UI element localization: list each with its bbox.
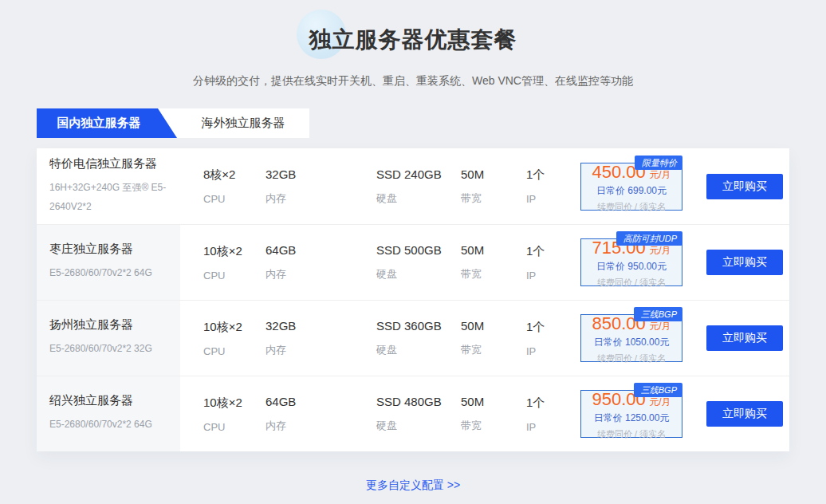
plan-spec: 16H+32G+240G 至强® E5-2640V2*2 xyxy=(49,179,171,216)
memory-value: 64GB xyxy=(266,395,376,408)
page-subtitle: 分钟级的交付，提供在线实时开关机、重启、重装系统、Web VNC管理、在线监控等… xyxy=(0,74,826,89)
renew-note: 续费同价 / 须实名 xyxy=(597,428,666,440)
memory-label: 内存 xyxy=(266,343,376,357)
plan-spec: E5-2680/60/70v2*2 64G xyxy=(49,415,171,434)
disk-value: SSD 500GB xyxy=(376,243,461,257)
plan-row-2: 枣庄独立服务器 E5-2680/60/70v2*2 64G 10核×2 CPU … xyxy=(37,224,789,300)
memory-value: 32GB xyxy=(266,319,376,333)
promo-badge: 高防可封UDP xyxy=(616,231,682,246)
promo-badge: 三线BGP xyxy=(634,383,682,397)
disk-cell: SSD 360GB 硬盘 xyxy=(376,319,461,357)
memory-label: 内存 xyxy=(266,419,376,433)
buy-now-button[interactable]: 立即购买 xyxy=(706,401,783,427)
bandwidth-cell: 50M 带宽 xyxy=(461,167,526,206)
cpu-value: 10核×2 xyxy=(203,244,266,259)
daily-price: 日常价 699.00元 xyxy=(596,184,667,198)
disk-value: SSD 360GB xyxy=(376,319,461,333)
ip-cell: 1个 IP xyxy=(526,320,580,357)
bandwidth-value: 50M xyxy=(461,319,526,333)
memory-value: 32GB xyxy=(266,167,376,181)
disk-cell: SSD 480GB 硬盘 xyxy=(376,395,461,433)
ip-label: IP xyxy=(526,193,580,205)
plans-table: 特价电信独立服务器 16H+32G+240G 至强® E5-2640V2*2 8… xyxy=(37,148,789,451)
plan-row-4: 绍兴独立服务器 E5-2680/60/70v2*2 64G 10核×2 CPU … xyxy=(37,376,789,451)
plan-name: 绍兴独立服务器 xyxy=(49,393,171,408)
ip-cell: 1个 IP xyxy=(526,396,580,433)
promo-badge: 限量特价 xyxy=(635,156,682,170)
disk-cell: SSD 240GB 硬盘 xyxy=(376,167,461,206)
hero-section: 独立服务器优惠套餐 分钟级的交付，提供在线实时开关机、重启、重装系统、Web V… xyxy=(0,0,826,89)
daily-price: 日常价 950.00元 xyxy=(596,260,667,274)
disk-label: 硬盘 xyxy=(376,343,461,357)
cpu-label: CPU xyxy=(203,421,266,433)
bandwidth-label: 带宽 xyxy=(461,419,526,433)
plan-name-cell: 枣庄独立服务器 E5-2680/60/70v2*2 64G xyxy=(37,225,180,300)
renew-note: 续费同价 / 须实名 xyxy=(597,352,666,364)
plan-row-3: 扬州独立服务器 E5-2680/60/70v2*2 32G 10核×2 CPU … xyxy=(37,300,789,376)
bandwidth-value: 50M xyxy=(461,243,526,257)
plan-name-cell: 绍兴独立服务器 E5-2680/60/70v2*2 64G xyxy=(37,376,180,451)
buy-now-button[interactable]: 立即购买 xyxy=(706,325,783,351)
plan-row-1: 特价电信独立服务器 16H+32G+240G 至强® E5-2640V2*2 8… xyxy=(37,148,789,224)
price-box: 三线BGP 850.00 元/月 日常价 1050.00元 续费同价 / 须实名 xyxy=(580,314,682,362)
price-unit: 元/月 xyxy=(649,169,671,180)
ip-label: IP xyxy=(526,345,580,357)
price-box: 限量特价 450.00 元/月 日常价 699.00元 续费同价 / 须实名 xyxy=(580,163,682,211)
price-box: 三线BGP 950.00 元/月 日常价 1250.00元 续费同价 / 须实名 xyxy=(580,390,682,438)
plan-name: 扬州独立服务器 xyxy=(49,317,171,333)
ip-value: 1个 xyxy=(526,244,580,259)
cpu-label: CPU xyxy=(203,345,266,357)
price-box: 高防可封UDP 715.00 元/月 日常价 950.00元 续费同价 / 须实… xyxy=(580,238,682,286)
bandwidth-value: 50M xyxy=(461,395,526,408)
plan-spec: E5-2680/60/70v2*2 32G xyxy=(49,340,171,358)
cpu-cell: 10核×2 CPU xyxy=(203,244,266,282)
memory-cell: 64GB 内存 xyxy=(266,243,376,282)
plan-name: 特价电信独立服务器 xyxy=(49,156,171,171)
tab-domestic-servers[interactable]: 国内独立服务器 xyxy=(37,108,177,138)
price-unit: 元/月 xyxy=(649,245,671,256)
plan-name-cell: 扬州独立服务器 E5-2680/60/70v2*2 32G xyxy=(37,301,180,376)
price-unit: 元/月 xyxy=(649,396,671,408)
cpu-value: 10核×2 xyxy=(203,396,266,411)
memory-value: 64GB xyxy=(266,243,376,257)
server-tabs: 国内独立服务器 海外独立服务器 xyxy=(37,108,309,138)
cpu-value: 8核×2 xyxy=(203,167,266,183)
memory-label: 内存 xyxy=(266,191,376,206)
disk-label: 硬盘 xyxy=(376,419,461,433)
disk-cell: SSD 500GB 硬盘 xyxy=(376,243,461,282)
bandwidth-cell: 50M 带宽 xyxy=(461,243,526,282)
ip-value: 1个 xyxy=(526,396,580,411)
disk-value: SSD 480GB xyxy=(376,395,461,408)
cpu-cell: 10核×2 CPU xyxy=(203,320,266,357)
bandwidth-label: 带宽 xyxy=(461,267,526,282)
plan-name-cell: 特价电信独立服务器 16H+32G+240G 至强® E5-2640V2*2 xyxy=(37,148,180,224)
buy-now-button[interactable]: 立即购买 xyxy=(706,250,783,275)
more-config-link[interactable]: 更多自定义配置 >> xyxy=(366,478,460,491)
renew-note: 续费同价 / 须实名 xyxy=(597,277,666,289)
ip-label: IP xyxy=(526,421,580,433)
ip-cell: 1个 IP xyxy=(526,244,580,282)
cpu-label: CPU xyxy=(203,270,266,282)
price-unit: 元/月 xyxy=(649,321,671,332)
daily-price: 日常价 1250.00元 xyxy=(594,411,670,425)
disk-label: 硬盘 xyxy=(376,267,461,282)
renew-note: 续费同价 / 须实名 xyxy=(597,201,666,213)
plan-spec: E5-2680/60/70v2*2 64G xyxy=(49,264,171,282)
cpu-cell: 10核×2 CPU xyxy=(203,396,266,433)
promo-badge: 三线BGP xyxy=(634,307,682,321)
cpu-label: CPU xyxy=(203,193,266,205)
disk-label: 硬盘 xyxy=(376,191,461,206)
plan-name: 枣庄独立服务器 xyxy=(49,242,171,257)
bandwidth-label: 带宽 xyxy=(461,191,526,206)
disk-value: SSD 240GB xyxy=(376,167,461,181)
page-title: 独立服务器优惠套餐 xyxy=(0,25,826,55)
footer: 更多自定义配置 >> xyxy=(0,478,826,493)
ip-label: IP xyxy=(526,270,580,282)
memory-cell: 32GB 内存 xyxy=(266,167,376,206)
buy-now-button[interactable]: 立即购买 xyxy=(706,174,783,199)
cpu-value: 10核×2 xyxy=(203,320,266,335)
tab-overseas-servers[interactable]: 海外独立服务器 xyxy=(177,108,309,138)
ip-value: 1个 xyxy=(526,167,580,183)
daily-price: 日常价 1050.00元 xyxy=(594,336,670,349)
bandwidth-cell: 50M 带宽 xyxy=(461,395,526,433)
